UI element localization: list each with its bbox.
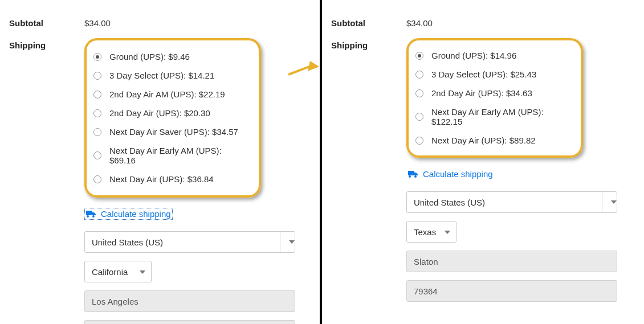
subtotal-row: Subtotal $34.00 — [331, 16, 635, 28]
shipping-radio[interactable] — [93, 53, 101, 61]
subtotal-row: Subtotal $34.00 — [9, 16, 311, 28]
country-value: United States (US) — [414, 198, 485, 207]
shipping-option[interactable]: Next Day Air (UPS): $36.84 — [91, 170, 247, 188]
truck-icon — [86, 210, 96, 218]
shipping-options-callout: Ground (UPS): $9.463 Day Select (UPS): $… — [84, 38, 261, 198]
shipping-radio[interactable] — [93, 128, 101, 136]
panel-right: Subtotal $34.00 Shipping Ground (UPS): $… — [322, 0, 644, 324]
zip-input[interactable] — [406, 280, 617, 302]
shipping-option[interactable]: 2nd Day Air (UPS): $20.30 — [91, 104, 247, 122]
calculate-shipping-link[interactable]: Calculate shipping — [406, 168, 495, 180]
state-select[interactable]: California — [84, 261, 152, 282]
shipping-radio[interactable] — [93, 109, 101, 117]
dropdown-caret-icon — [602, 192, 617, 212]
shipping-options: Ground (UPS): $9.463 Day Select (UPS): $… — [91, 47, 247, 188]
shipping-radio[interactable] — [415, 71, 423, 79]
subtotal-value: $34.00 — [84, 16, 311, 28]
shipping-option[interactable]: Next Day Air Saver (UPS): $34.57 — [91, 122, 247, 141]
shipping-label: Shipping — [9, 38, 84, 50]
shipping-radio[interactable] — [93, 151, 101, 159]
calculate-shipping-link[interactable]: Calculate shipping — [84, 208, 173, 220]
shipping-option-label: 2nd Day Air (UPS): $34.63 — [431, 88, 532, 98]
shipping-row: Shipping Ground (UPS): $14.963 Day Selec… — [331, 38, 635, 310]
shipping-row: Shipping Ground (UPS): $9.463 Day Select… — [9, 38, 311, 324]
shipping-radio[interactable] — [415, 89, 423, 97]
shipping-radio[interactable] — [93, 72, 101, 80]
shipping-radio[interactable] — [93, 175, 101, 183]
state-select[interactable]: Texas — [406, 221, 456, 243]
shipping-option-label: 2nd Day Air (UPS): $20.30 — [109, 108, 210, 118]
dropdown-caret-icon — [280, 232, 295, 252]
shipping-option-label: Next Day Air Early AM (UPS): $122.15 — [431, 107, 567, 126]
subtotal-value: $34.00 — [406, 16, 635, 28]
shipping-option[interactable]: Ground (UPS): $9.46 — [91, 47, 247, 66]
shipping-radio[interactable] — [415, 137, 423, 145]
shipping-options-callout: Ground (UPS): $14.963 Day Select (UPS): … — [406, 38, 583, 158]
zip-field[interactable] — [414, 286, 610, 296]
dropdown-caret-icon — [445, 231, 450, 234]
shipping-option[interactable]: 2nd Day Air (UPS): $34.63 — [413, 84, 569, 102]
shipping-radio[interactable] — [93, 91, 101, 99]
shipping-option[interactable]: Next Day Air Early AM (UPS): $122.15 — [413, 102, 569, 131]
city-field[interactable] — [414, 257, 610, 266]
shipping-options: Ground (UPS): $14.963 Day Select (UPS): … — [413, 46, 569, 150]
state-value: Texas — [414, 227, 436, 237]
shipping-option-label: Ground (UPS): $9.46 — [109, 52, 190, 61]
subtotal-label: Subtotal — [331, 16, 406, 28]
shipping-option-label: 3 Day Select (UPS): $25.43 — [431, 69, 536, 79]
country-select[interactable]: United States (US) — [406, 191, 617, 213]
shipping-option[interactable]: 2nd Day Air AM (UPS): $22.19 — [91, 85, 247, 104]
zip-input[interactable] — [84, 320, 295, 324]
shipping-radio[interactable] — [415, 113, 423, 121]
shipping-option-label: 3 Day Select (UPS): $14.21 — [109, 71, 214, 80]
country-select[interactable]: United States (US) — [84, 231, 295, 253]
shipping-option-label: Next Day Air Early AM (UPS): $69.16 — [109, 146, 245, 165]
truck-icon — [408, 170, 418, 178]
shipping-option-label: Next Day Air (UPS): $89.82 — [431, 136, 536, 145]
country-value: United States (US) — [92, 237, 163, 247]
shipping-option-label: Next Day Air (UPS): $36.84 — [109, 174, 214, 184]
dropdown-caret-icon — [140, 270, 145, 274]
shipping-radio[interactable] — [415, 52, 423, 60]
city-input[interactable] — [84, 290, 295, 312]
shipping-option-label: Ground (UPS): $14.96 — [431, 51, 516, 60]
shipping-option-label: 2nd Day Air AM (UPS): $22.19 — [109, 89, 225, 99]
shipping-label: Shipping — [331, 38, 406, 50]
shipping-option[interactable]: 3 Day Select (UPS): $14.21 — [91, 66, 247, 85]
state-value: California — [92, 267, 128, 277]
calculate-shipping-text: Calculate shipping — [423, 169, 493, 179]
shipping-option[interactable]: Next Day Air Early AM (UPS): $69.16 — [91, 141, 247, 170]
shipping-option-label: Next Day Air Saver (UPS): $34.57 — [109, 127, 238, 137]
subtotal-label: Subtotal — [9, 16, 84, 28]
shipping-option[interactable]: Ground (UPS): $14.96 — [413, 46, 569, 65]
calculate-shipping-text: Calculate shipping — [101, 209, 171, 219]
city-field[interactable] — [92, 297, 288, 306]
shipping-option[interactable]: Next Day Air (UPS): $89.82 — [413, 131, 569, 150]
shipping-option[interactable]: 3 Day Select (UPS): $25.43 — [413, 65, 569, 84]
panel-left: Subtotal $34.00 Shipping Ground (UPS): $… — [0, 0, 322, 324]
city-input[interactable] — [406, 251, 617, 272]
